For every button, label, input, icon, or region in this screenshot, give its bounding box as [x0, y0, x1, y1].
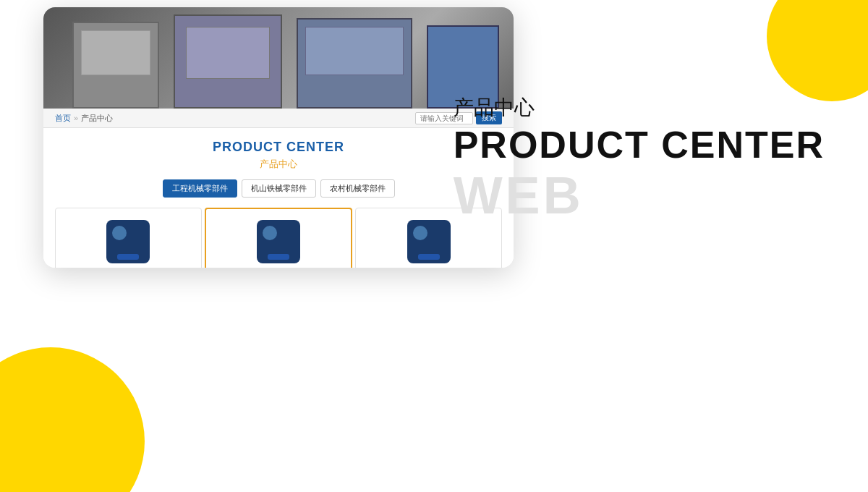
page-title-chinese: 产品中心 — [55, 158, 502, 171]
breadcrumb-separator: » — [74, 114, 78, 122]
category-tab-agricultural[interactable]: 农村机械零部件 — [320, 179, 395, 198]
right-chinese-title: 产品中心 — [454, 94, 825, 122]
breadcrumb: 首页 » 产品中心 — [55, 113, 113, 124]
decoration-blob-top-right — [767, 0, 868, 101]
category-tabs: 工程机械零部件 机山铁械零部件 农村机械零部件 — [55, 179, 502, 198]
breadcrumb-current: 产品中心 — [81, 113, 113, 124]
content-area: PRODUCT CENTER 产品中心 工程机械零部件 机山铁械零部件 农村机械… — [43, 128, 514, 268]
breadcrumb-bar: 首页 » 产品中心 搜索 — [43, 109, 514, 128]
product-grid — [55, 208, 502, 268]
category-tab-mountain[interactable]: 机山铁械零部件 — [242, 179, 316, 198]
breadcrumb-home-link[interactable]: 首页 — [55, 113, 71, 124]
right-watermark-text: WEB — [454, 169, 825, 221]
browser-mockup: 首页 » 产品中心 搜索 PRODUCT CENTER 产品中心 工程机械零部件… — [43, 7, 514, 268]
actuator-icon-1 — [106, 220, 150, 263]
product-image-3 — [404, 216, 454, 267]
hero-image — [43, 7, 514, 109]
actuator-icon-2 — [257, 220, 300, 263]
product-image-1 — [103, 216, 153, 267]
right-panel: 产品中心 PRODUCT CENTER WEB — [454, 94, 825, 221]
product-image-2 — [253, 216, 304, 267]
product-card-2[interactable] — [205, 208, 353, 268]
actuator-icon-3 — [407, 220, 451, 263]
decoration-blob-bottom-left — [0, 347, 145, 492]
machine-1 — [72, 22, 159, 109]
right-english-title: PRODUCT CENTER — [454, 126, 825, 164]
machine-2 — [174, 14, 282, 109]
product-card-1[interactable] — [55, 208, 202, 268]
machine-3 — [297, 18, 412, 109]
category-tab-engineering[interactable]: 工程机械零部件 — [163, 179, 237, 198]
page-title-english: PRODUCT CENTER — [55, 140, 502, 155]
